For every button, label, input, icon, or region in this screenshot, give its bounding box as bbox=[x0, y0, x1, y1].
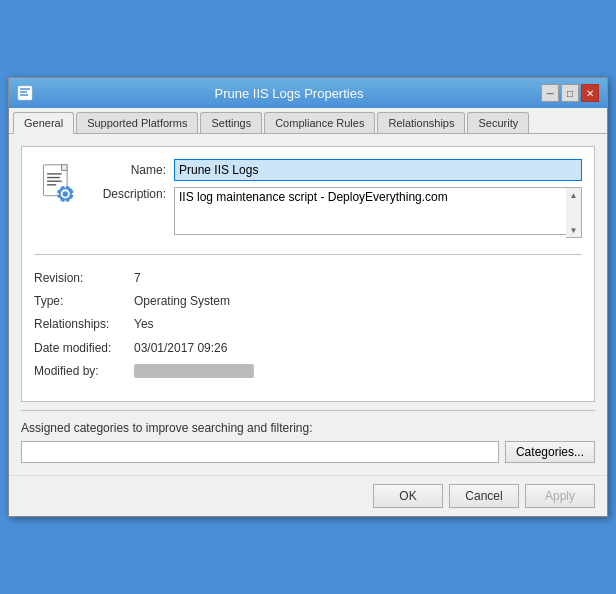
categories-input[interactable] bbox=[21, 441, 499, 463]
svg-rect-0 bbox=[18, 86, 32, 100]
minimize-button[interactable]: ─ bbox=[541, 84, 559, 102]
separator-1 bbox=[34, 254, 582, 255]
properties-dialog: Prune IIS Logs Properties ─ □ ✕ General … bbox=[8, 77, 608, 517]
relationships-label: Relationships: bbox=[34, 315, 134, 334]
tab-supported-platforms[interactable]: Supported Platforms bbox=[76, 112, 198, 133]
info-section: Revision: 7 Type: Operating System Relat… bbox=[34, 265, 582, 389]
description-field-row: Description: ▲ ▼ bbox=[94, 187, 582, 238]
categories-button[interactable]: Categories... bbox=[505, 441, 595, 463]
description-container: ▲ ▼ bbox=[174, 187, 582, 238]
revision-label: Revision: bbox=[34, 269, 134, 288]
window-controls: ─ □ ✕ bbox=[541, 84, 599, 102]
textarea-scrollbar: ▲ ▼ bbox=[566, 187, 582, 238]
title-bar: Prune IIS Logs Properties ─ □ ✕ bbox=[9, 78, 607, 108]
name-field-row: Name: bbox=[94, 159, 582, 181]
maximize-button[interactable]: □ bbox=[561, 84, 579, 102]
window-icon bbox=[17, 85, 33, 101]
type-value: Operating System bbox=[134, 292, 230, 311]
bottom-section: Assigned categories to improve searching… bbox=[21, 410, 595, 463]
modified-by-value bbox=[134, 364, 254, 378]
title-bar-left bbox=[17, 85, 37, 101]
modified-by-label: Modified by: bbox=[34, 362, 134, 381]
tab-relationships[interactable]: Relationships bbox=[377, 112, 465, 133]
description-textarea[interactable] bbox=[174, 187, 582, 235]
tab-general[interactable]: General bbox=[13, 112, 74, 134]
tabs-bar: General Supported Platforms Settings Com… bbox=[9, 108, 607, 134]
revision-row: Revision: 7 bbox=[34, 269, 582, 288]
svg-rect-13 bbox=[64, 185, 66, 188]
tab-compliance-rules[interactable]: Compliance Rules bbox=[264, 112, 375, 133]
cancel-button[interactable]: Cancel bbox=[449, 484, 519, 508]
tab-content: Name: Description: ▲ ▼ bbox=[9, 134, 607, 475]
relationships-value: Yes bbox=[134, 315, 154, 334]
content-inner: Name: Description: ▲ ▼ bbox=[21, 146, 595, 402]
date-modified-value: 03/01/2017 09:26 bbox=[134, 339, 227, 358]
categories-row: Categories... bbox=[21, 441, 595, 463]
script-svg-icon bbox=[38, 163, 78, 203]
date-modified-row: Date modified: 03/01/2017 09:26 bbox=[34, 339, 582, 358]
name-input[interactable] bbox=[174, 159, 582, 181]
name-label: Name: bbox=[94, 163, 174, 177]
relationships-row: Relationships: Yes bbox=[34, 315, 582, 334]
svg-rect-16 bbox=[72, 193, 75, 195]
header-row: Name: Description: ▲ ▼ bbox=[34, 159, 582, 244]
apply-button[interactable]: Apply bbox=[525, 484, 595, 508]
type-label: Type: bbox=[34, 292, 134, 311]
categories-label: Assigned categories to improve searching… bbox=[21, 421, 595, 435]
svg-rect-5 bbox=[62, 165, 67, 170]
svg-point-12 bbox=[63, 191, 68, 196]
type-row: Type: Operating System bbox=[34, 292, 582, 311]
modified-by-row: Modified by: bbox=[34, 362, 582, 381]
svg-rect-15 bbox=[56, 193, 59, 195]
dialog-buttons: OK Cancel Apply bbox=[9, 475, 607, 516]
tab-security[interactable]: Security bbox=[467, 112, 529, 133]
fields-block: Name: Description: ▲ ▼ bbox=[94, 159, 582, 244]
revision-value: 7 bbox=[134, 269, 141, 288]
ok-button[interactable]: OK bbox=[373, 484, 443, 508]
date-modified-label: Date modified: bbox=[34, 339, 134, 358]
script-icon bbox=[34, 159, 82, 207]
description-label: Description: bbox=[94, 187, 174, 201]
scroll-up-arrow[interactable]: ▲ bbox=[567, 188, 581, 202]
scroll-down-arrow[interactable]: ▼ bbox=[567, 223, 581, 237]
tab-settings[interactable]: Settings bbox=[200, 112, 262, 133]
close-button[interactable]: ✕ bbox=[581, 84, 599, 102]
svg-rect-14 bbox=[64, 200, 66, 203]
window-title: Prune IIS Logs Properties bbox=[37, 86, 541, 101]
